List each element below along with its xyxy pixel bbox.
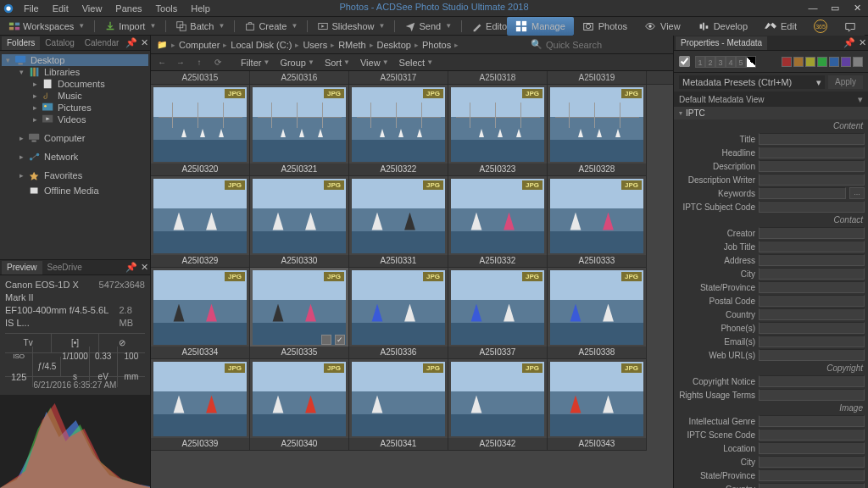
import-button[interactable]: Import▼ (99, 18, 161, 35)
menu-file[interactable]: File (17, 0, 46, 17)
field-input[interactable] (759, 241, 865, 252)
field-input[interactable] (759, 429, 865, 441)
folder-up-icon[interactable]: 📁 (154, 37, 170, 53)
thumbnail-cell[interactable]: JPGA25I0333 (548, 176, 647, 268)
tree-offline[interactable]: Offline Media (2, 185, 148, 197)
color-label-swatch[interactable] (793, 57, 804, 67)
nav-back-icon[interactable]: ← (154, 55, 170, 70)
thumbnail-cell[interactable]: JPGA25I0336 (349, 268, 448, 359)
quick-search[interactable]: 🔍 Quick Search (531, 39, 670, 50)
select-dropdown[interactable]: Select▼ (396, 58, 437, 68)
close-panel-icon[interactable]: ✕ (141, 262, 148, 273)
thumbnail-cell[interactable]: JPGA25I0334 (151, 268, 250, 359)
thumbnail-cell[interactable]: JPGA25I0321 (250, 85, 349, 176)
batch-button[interactable]: Batch▼ (170, 18, 230, 35)
field-input[interactable] (759, 174, 865, 186)
minimize-button[interactable]: — (802, 0, 824, 15)
mode-photos[interactable]: Photos (574, 17, 636, 36)
send-button[interactable]: Send▼ (399, 18, 457, 35)
tree-pictures[interactable]: ▸Pictures (2, 102, 148, 114)
mode-view[interactable]: View (636, 17, 689, 36)
pin-icon[interactable]: 📌 (843, 37, 855, 48)
thumbnail-grid[interactable]: A25I0315A25I0316A25I0317A25I0318A25I0319… (151, 71, 673, 488)
thumbnail-cell[interactable]: JPG✓A25I0335 (250, 268, 349, 359)
rating-buttons[interactable]: 12345 (695, 56, 756, 68)
group-dropdown[interactable]: Group▼ (276, 58, 318, 68)
tree-music[interactable]: ▸Music (2, 90, 148, 102)
thumbnail-cell[interactable]: JPGA25I0322 (349, 85, 448, 176)
menu-edit[interactable]: Edit (46, 0, 75, 17)
mode-message[interactable] (836, 17, 865, 36)
tree-network[interactable]: ▸Network (2, 151, 148, 163)
field-input[interactable] (759, 469, 865, 481)
close-button[interactable]: ✕ (846, 0, 868, 15)
close-panel-icon[interactable]: ✕ (141, 37, 148, 48)
nav-refresh-icon[interactable]: ⟳ (210, 55, 225, 70)
create-button[interactable]: Create▼ (239, 18, 303, 35)
field-input[interactable] (759, 227, 865, 239)
nav-fwd-icon[interactable]: → (173, 55, 188, 70)
metadata-view-select[interactable]: Default Metadata View (679, 95, 858, 104)
filter-dropdown[interactable]: Filter▼ (237, 58, 273, 68)
field-input[interactable] (759, 187, 846, 199)
view-dropdown[interactable]: View▼ (357, 58, 392, 68)
sort-dropdown[interactable]: Sort▼ (321, 58, 353, 68)
color-label-swatch[interactable] (829, 57, 839, 67)
mode-edit[interactable]: Edit (756, 17, 805, 36)
menu-tools[interactable]: Tools (149, 0, 185, 17)
field-input[interactable] (759, 147, 865, 158)
thumbnail-cell[interactable]: JPGA25I0341 (349, 359, 448, 451)
tab-seedrive[interactable]: SeeDrive (42, 261, 87, 274)
field-input[interactable] (759, 442, 865, 454)
thumbnail-cell[interactable]: JPGA25I0323 (448, 85, 548, 176)
field-input[interactable] (759, 375, 865, 387)
field-input[interactable] (759, 201, 865, 213)
tree-computer[interactable]: ▸Computer (2, 132, 148, 144)
slideshow-button[interactable]: Slideshow▼ (312, 18, 390, 35)
field-input[interactable] (759, 415, 865, 427)
tab-calendar[interactable]: Calendar (80, 36, 125, 50)
properties-tab[interactable]: Properties - Metadata (676, 36, 767, 50)
breadcrumb-segment[interactable]: Computer (177, 40, 221, 50)
field-input[interactable] (759, 281, 865, 293)
field-input[interactable] (759, 483, 865, 488)
tree-videos[interactable]: ▸Videos (2, 114, 148, 125)
color-label-swatch[interactable] (817, 57, 827, 67)
field-more-button[interactable]: … (849, 187, 865, 199)
thumbnail-cell[interactable]: JPGA25I0337 (448, 268, 548, 359)
nav-up-icon[interactable]: ↑ (192, 55, 207, 70)
thumbnail-cell[interactable]: JPGA25I0343 (548, 359, 647, 451)
tree-libraries[interactable]: ▾Libraries (2, 66, 148, 78)
close-panel-icon[interactable]: ✕ (859, 37, 866, 48)
field-input[interactable] (759, 308, 865, 320)
breadcrumb-segment[interactable]: Local Disk (C:) (229, 40, 293, 50)
pin-icon[interactable]: 📌 (125, 37, 137, 48)
mode-manage[interactable]: Manage (507, 17, 574, 36)
field-input[interactable] (759, 349, 865, 361)
tab-preview[interactable]: Preview (2, 261, 42, 274)
field-input[interactable] (759, 389, 865, 401)
thumbnail-cell[interactable]: JPGA25I0340 (250, 359, 349, 451)
menu-panes[interactable]: Panes (108, 0, 148, 17)
color-label-swatch[interactable] (805, 57, 815, 67)
field-input[interactable] (759, 268, 865, 280)
thumbnail-cell[interactable]: JPGA25I0342 (448, 359, 548, 451)
apply-button[interactable]: Apply (828, 75, 863, 89)
field-input[interactable] (759, 322, 865, 334)
iptc-section-header[interactable]: IPTC (674, 107, 868, 119)
maximize-button[interactable]: ▭ (824, 0, 846, 15)
field-input[interactable] (759, 456, 865, 468)
thumbnail-cell[interactable]: JPGA25I0339 (151, 359, 250, 451)
thumbnail-cell[interactable]: JPGA25I0329 (151, 176, 250, 268)
breadcrumb-segment[interactable]: Desktop (376, 40, 413, 50)
field-input[interactable] (759, 336, 865, 347)
tab-catalog[interactable]: Catalog (40, 36, 79, 50)
color-label-swatch[interactable] (853, 57, 863, 67)
tree-favorites[interactable]: ▸Favorites (2, 169, 148, 181)
menu-view[interactable]: View (75, 0, 109, 17)
tab-folders[interactable]: Folders (2, 36, 40, 50)
breadcrumb-segment[interactable]: Users (301, 40, 329, 50)
color-labels[interactable] (782, 57, 863, 67)
thumbnail-cell[interactable]: JPGA25I0328 (548, 85, 647, 176)
tree-documents[interactable]: ▸Documents (2, 78, 148, 90)
